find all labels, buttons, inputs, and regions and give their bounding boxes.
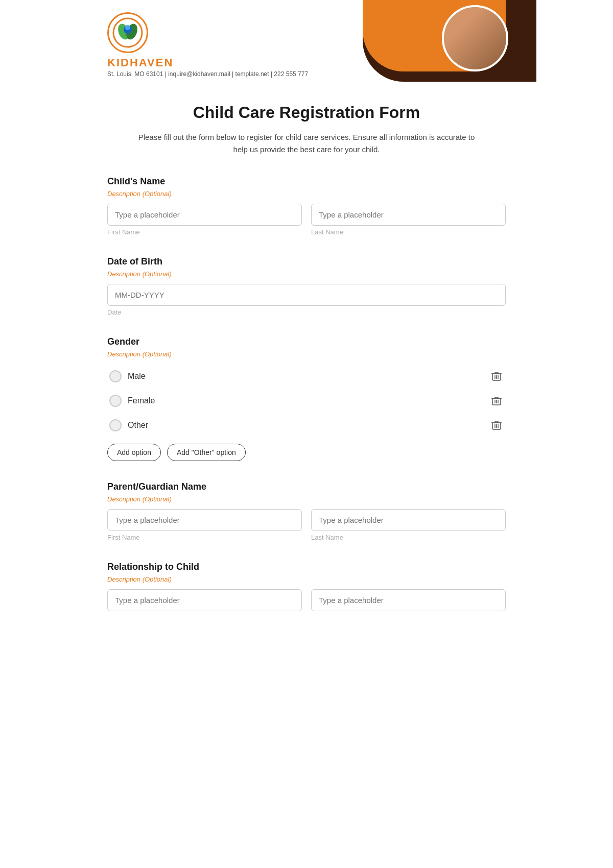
gender-label-other: Other: [128, 421, 148, 430]
gender-radio-male[interactable]: [109, 370, 122, 382]
brand-tagline: St. Louis, MO 63101 | inquire@kidhaven.m…: [107, 70, 506, 78]
gender-label-male: Male: [128, 372, 146, 381]
brand-name: KIDHAVEN: [107, 56, 506, 69]
logo-circle: [107, 12, 148, 53]
gender-option-female-left: Female: [109, 395, 155, 407]
section-desc-dob: Description (Optional): [107, 270, 506, 278]
delete-icon-female[interactable]: [489, 394, 504, 408]
section-desc-gender: Description (Optional): [107, 350, 506, 358]
parent-last-name-group: Last Name: [311, 509, 506, 541]
section-childs-name: Child's Name Description (Optional) Firs…: [107, 176, 506, 236]
header-photo: [442, 5, 508, 71]
form-title: Child Care Registration Form: [107, 103, 506, 122]
svg-point-4: [125, 25, 130, 30]
delete-icon-other[interactable]: [489, 418, 504, 432]
section-relationship-to-child: Relationship to Child Description (Optio…: [107, 562, 506, 611]
add-other-option-button[interactable]: Add "Other" option: [167, 444, 246, 461]
childs-name-row: First Name Last Name: [107, 204, 506, 236]
childs-last-name-label: Last Name: [311, 228, 506, 236]
section-title-relationship: Relationship to Child: [107, 562, 506, 572]
childs-last-name-group: Last Name: [311, 204, 506, 236]
relationship-field-2-group: [311, 589, 506, 611]
gender-option-other-left: Other: [109, 419, 148, 431]
gender-radio-female[interactable]: [109, 395, 122, 407]
add-option-button[interactable]: Add option: [107, 444, 161, 461]
section-desc-childs-name: Description (Optional): [107, 190, 506, 198]
relationship-row: [107, 589, 506, 611]
dob-label: Date: [107, 308, 506, 316]
section-parent-guardian-name: Parent/Guardian Name Description (Option…: [107, 481, 506, 541]
section-title-childs-name: Child's Name: [107, 176, 506, 187]
form-description: Please fill out the form below to regist…: [133, 131, 480, 156]
dob-input[interactable]: [107, 284, 506, 306]
parent-first-name-input[interactable]: [107, 509, 302, 531]
gender-option-male: Male: [107, 364, 506, 389]
section-desc-relationship: Description (Optional): [107, 575, 506, 583]
gender-option-other: Other: [107, 413, 506, 438]
relationship-field-1-group: [107, 589, 302, 611]
childs-first-name-label: First Name: [107, 228, 302, 236]
add-option-row: Add option Add "Other" option: [107, 444, 506, 461]
gender-options: Male Female: [107, 364, 506, 438]
section-title-parent: Parent/Guardian Name: [107, 481, 506, 492]
section-gender: Gender Description (Optional) Male: [107, 336, 506, 461]
delete-icon-male[interactable]: [489, 369, 504, 383]
childs-first-name-group: First Name: [107, 204, 302, 236]
parent-last-name-label: Last Name: [311, 534, 506, 541]
parent-first-name-label: First Name: [107, 534, 302, 541]
childs-last-name-input[interactable]: [311, 204, 506, 226]
section-title-gender: Gender: [107, 336, 506, 347]
gender-option-male-left: Male: [109, 370, 146, 382]
gender-radio-other[interactable]: [109, 419, 122, 431]
photo-placeholder: [444, 7, 506, 69]
parent-name-row: First Name Last Name: [107, 509, 506, 541]
parent-first-name-group: First Name: [107, 509, 302, 541]
logo-icon: [112, 17, 143, 48]
section-date-of-birth: Date of Birth Description (Optional) Dat…: [107, 256, 506, 316]
section-title-dob: Date of Birth: [107, 256, 506, 267]
relationship-input-2[interactable]: [311, 589, 506, 611]
childs-first-name-input[interactable]: [107, 204, 302, 226]
relationship-input-1[interactable]: [107, 589, 302, 611]
main-content: Child Care Registration Form Please fill…: [77, 88, 536, 662]
page-header: KIDHAVEN St. Louis, MO 63101 | inquire@k…: [77, 0, 536, 88]
parent-last-name-input[interactable]: [311, 509, 506, 531]
gender-label-female: Female: [128, 396, 155, 405]
gender-option-female: Female: [107, 389, 506, 413]
section-desc-parent: Description (Optional): [107, 495, 506, 503]
